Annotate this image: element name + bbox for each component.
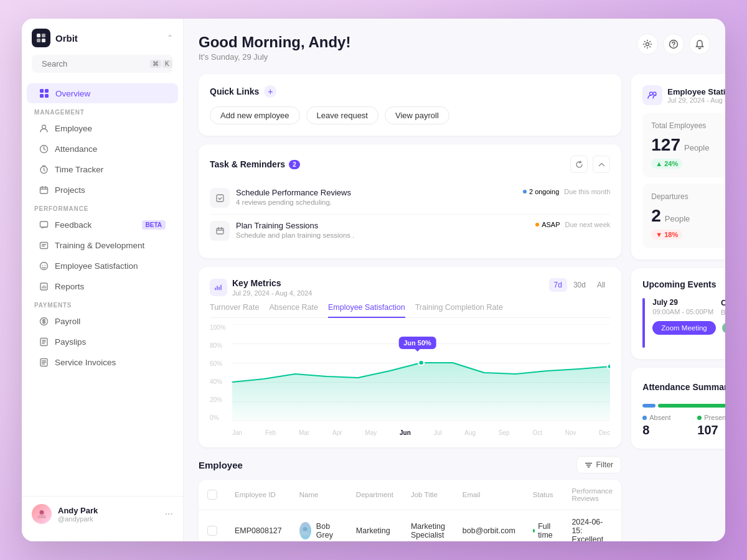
workspace-chevron[interactable]: ⌃: [167, 34, 173, 42]
tab-training-completion[interactable]: Training Completion Rate: [415, 303, 503, 318]
dot-absent: [642, 416, 647, 420]
sidebar-item-reports[interactable]: Reports: [27, 277, 178, 296]
stat-label-total: Total Employees: [651, 121, 725, 130]
help-button[interactable]: [663, 34, 684, 55]
sidebar-item-training[interactable]: Training & Development: [27, 236, 178, 255]
leave-request-button[interactable]: Leave request: [306, 106, 378, 124]
task-meta-1: ASAP Due next week: [535, 221, 610, 228]
x-label-oct: Oct: [532, 429, 542, 436]
settings-button[interactable]: [637, 34, 658, 55]
x-axis-labels: Jan Feb Mar Apr May Jun Jul Aug Sep Oct …: [232, 429, 610, 436]
app-name: Orbit: [55, 33, 78, 44]
task-status-0: 2 ongoing: [523, 188, 559, 195]
nav-section-performance: PERFORMANCE: [22, 200, 183, 215]
metric-tabs: Turnover Rate Absence Rate Employee Sati…: [210, 303, 610, 318]
projects-icon: [39, 185, 49, 195]
sidebar-item-satisfaction[interactable]: Employee Satisfaction: [27, 256, 178, 276]
svg-rect-26: [217, 195, 223, 202]
row-select-checkbox[interactable]: [207, 526, 217, 536]
sidebar-item-label: Time Tracker: [55, 165, 103, 174]
event-item: July 29 09:00AM - 05:00PM Company Traini…: [642, 298, 725, 348]
svg-point-23: [646, 43, 649, 46]
svg-rect-13: [40, 222, 48, 227]
sidebar-item-payroll[interactable]: Payroll: [27, 312, 178, 331]
notifications-button[interactable]: [689, 34, 710, 55]
metrics-date: Jul 29, 2024 - Aug 4, 2024: [232, 289, 312, 297]
time-tracker-icon: [39, 165, 49, 174]
svg-point-34: [418, 360, 424, 365]
app-logo: Orbit: [32, 29, 78, 47]
table-header: Employee Filter: [199, 456, 621, 474]
add-employee-button[interactable]: Add new employee: [210, 106, 300, 124]
task-item: Plan Training Sessions Schedule and plan…: [210, 215, 610, 247]
y-axis-labels: 100% 80% 60% 40% 20% 0%: [210, 324, 226, 421]
status-dot-orange: [535, 223, 539, 226]
attendee-avatars: +5: [721, 321, 725, 335]
filter-label: Filter: [596, 460, 613, 469]
payroll-icon: [39, 317, 49, 326]
task-actions: [570, 156, 610, 173]
more-button[interactable]: ···: [165, 508, 173, 520]
search-shortcut: ⌘ K: [150, 60, 172, 68]
task-icon-0: [210, 188, 230, 208]
user-profile[interactable]: Andy Park @andypark ···: [22, 496, 183, 531]
y-label: 100%: [210, 324, 226, 331]
sidebar-item-label: Projects: [55, 185, 85, 195]
select-all-checkbox[interactable]: [207, 490, 217, 500]
view-payroll-button[interactable]: View payroll: [385, 106, 449, 124]
task-title-block: Task & Reminders 2: [210, 159, 300, 169]
x-label-jan: Jan: [232, 429, 242, 436]
sidebar-item-label: Training & Development: [55, 241, 144, 250]
search-input[interactable]: [42, 59, 146, 68]
search-container[interactable]: ⌘ K: [32, 55, 173, 73]
sidebar-item-label: Reports: [55, 282, 84, 291]
sidebar-item-feedback[interactable]: Feedback BETA: [27, 215, 178, 235]
stat-badge-total: ▲ 24%: [651, 159, 682, 169]
x-label-mar: Mar: [299, 429, 309, 436]
invoices-icon: [39, 358, 49, 367]
sidebar-item-time-tracker[interactable]: Time Tracker: [27, 160, 178, 179]
nav-section-payments: PAYMENTS: [22, 297, 183, 311]
table-head: Employee ID Name Department Job Title Em…: [199, 480, 621, 510]
sidebar-item-payslips[interactable]: Payslips: [27, 332, 178, 352]
greeting-date: It's Sunday, 29 July: [199, 52, 350, 62]
legend-label-absent: Absent: [649, 414, 670, 421]
tab-employee-satisfaction[interactable]: Employee Satisfaction: [328, 303, 405, 318]
filter-button[interactable]: Filter: [576, 456, 621, 474]
sidebar-item-invoices[interactable]: Service Invoices: [27, 353, 178, 372]
status-dot-green: [533, 529, 535, 533]
time-tab-all[interactable]: All: [592, 278, 610, 292]
col-checkbox: [199, 480, 226, 510]
legend-dot-row-absent: Absent: [642, 414, 692, 421]
table-row[interactable]: EMP0808127 Bob Grey: [199, 510, 621, 542]
sidebar-item-attendance[interactable]: Attendance: [27, 139, 178, 159]
sidebar-item-projects[interactable]: Projects: [27, 180, 178, 200]
svg-rect-2: [37, 39, 40, 42]
time-tab-7d[interactable]: 7d: [549, 278, 567, 292]
overview-icon: [39, 88, 49, 98]
tab-turnover-rate[interactable]: Turnover Rate: [210, 303, 259, 318]
quick-links-card: Quick Links + Add new employee Leave req…: [199, 74, 621, 136]
task-due-1: Due next week: [565, 221, 611, 228]
employee-name-cell: Bob Grey: [299, 522, 339, 539]
quick-links-header: Quick Links +: [210, 85, 610, 98]
sidebar-item-overview[interactable]: Overview: [27, 83, 178, 103]
emp-stat-date: Jul 29, 2024 - Aug 4, 2024: [667, 96, 725, 104]
refresh-button[interactable]: [570, 156, 588, 173]
row-checkbox[interactable]: [199, 510, 226, 542]
sidebar-item-employee[interactable]: Employee: [27, 119, 178, 138]
legend-present: Present 107: [697, 414, 725, 437]
zoom-meeting-button[interactable]: Zoom Meeting: [652, 321, 716, 335]
y-label: 40%: [210, 378, 226, 385]
collapse-button[interactable]: [593, 156, 610, 173]
emp-stat-icon: [642, 85, 662, 105]
svg-point-16: [42, 265, 44, 266]
time-tab-30d[interactable]: 30d: [568, 278, 591, 292]
x-label-nov: Nov: [565, 429, 576, 436]
table-header-row: Employee ID Name Department Job Title Em…: [199, 480, 621, 510]
quick-links-add-button[interactable]: +: [264, 85, 276, 98]
logo-icon: [32, 29, 50, 47]
svg-point-25: [673, 46, 674, 47]
tab-absence-rate[interactable]: Absence Rate: [269, 303, 318, 318]
col-department: Department: [347, 480, 402, 510]
